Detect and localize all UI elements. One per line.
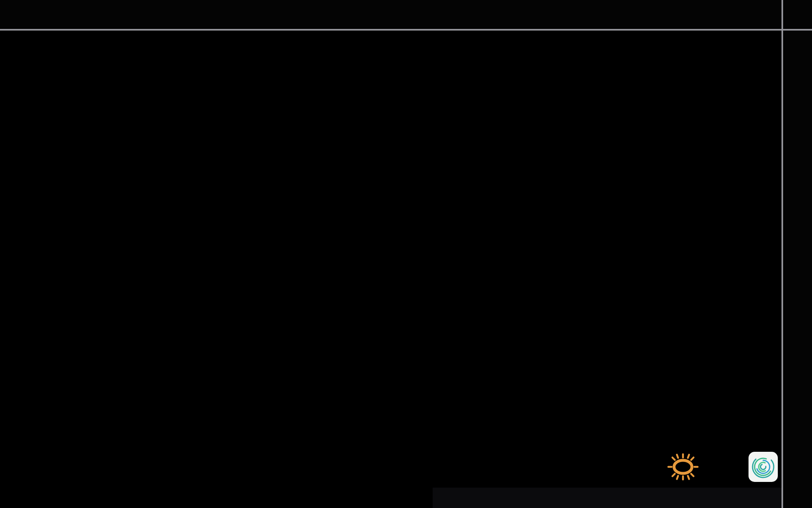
- metnet-app-icon: [748, 451, 778, 482]
- right-profile-panel: [783, 31, 812, 508]
- dbz-legend: [433, 488, 781, 508]
- radar-composite-screen: [0, 0, 812, 508]
- metnet-logo: [663, 449, 781, 484]
- map-panel: [0, 31, 781, 508]
- top-profile-panel: [0, 0, 781, 29]
- corner-axis-panel: [783, 0, 812, 29]
- hungary-radar-map: [0, 31, 781, 508]
- horizontal-divider: [0, 29, 812, 31]
- vertical-divider: [781, 0, 783, 508]
